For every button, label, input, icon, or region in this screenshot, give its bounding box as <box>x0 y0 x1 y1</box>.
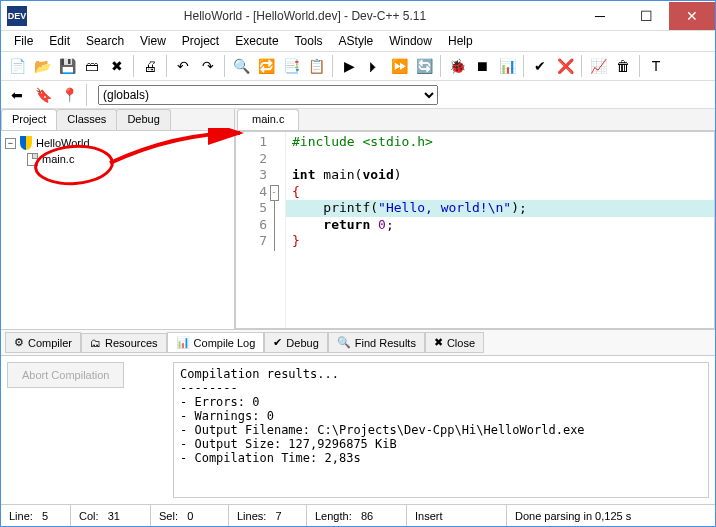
maximize-button[interactable]: ☐ <box>623 2 669 30</box>
project-name: HelloWorld <box>36 137 90 149</box>
toolbar-nav: ⬅ 🔖 📍 (globals) <box>1 81 715 109</box>
code-editor[interactable]: 1234567 - #include <stdio.h> int main(vo… <box>235 131 715 329</box>
rebuild-button[interactable]: 🔄 <box>412 54 436 78</box>
project-panel: ProjectClassesDebug − HelloWorld main.c <box>1 109 235 329</box>
bottom-tab-debug[interactable]: ✔ Debug <box>264 332 327 353</box>
project-options-button[interactable]: ❌ <box>553 54 577 78</box>
globals-selector[interactable]: (globals) <box>98 85 438 105</box>
delete-button[interactable]: 🗑 <box>611 54 635 78</box>
parse-status: Done parsing in 0,125 s <box>507 505 715 526</box>
output-panel: ⚙ Compiler🗂 Resources📊 Compile Log✔ Debu… <box>1 329 715 504</box>
window-title: HelloWorld - [HelloWorld.dev] - Dev-C++ … <box>33 9 577 23</box>
compile-button[interactable]: ▶ <box>337 54 361 78</box>
bottom-tab-compile-log[interactable]: 📊 Compile Log <box>167 332 265 353</box>
menu-edit[interactable]: Edit <box>42 32 77 50</box>
more-button[interactable]: T <box>644 54 668 78</box>
shield-icon <box>19 136 33 150</box>
menu-astyle[interactable]: AStyle <box>332 32 381 50</box>
menu-window[interactable]: Window <box>382 32 439 50</box>
left-tab-project[interactable]: Project <box>1 109 57 130</box>
find-in-files-button[interactable]: 📑 <box>279 54 303 78</box>
menu-help[interactable]: Help <box>441 32 480 50</box>
abort-compilation-button[interactable]: Abort Compilation <box>7 362 124 388</box>
insert-mode: Insert <box>407 505 507 526</box>
bottom-tab-close[interactable]: ✖ Close <box>425 332 484 353</box>
stop-button[interactable]: ⏹ <box>470 54 494 78</box>
project-file-name: main.c <box>42 153 74 165</box>
goto-bookmark-button[interactable]: 📍 <box>57 83 81 107</box>
print-button[interactable]: 🖨 <box>138 54 162 78</box>
run-button[interactable]: ⏵ <box>362 54 386 78</box>
menu-execute[interactable]: Execute <box>228 32 285 50</box>
open-button[interactable]: 📂 <box>30 54 54 78</box>
tree-file-item[interactable]: main.c <box>25 151 230 167</box>
minimize-button[interactable]: ─ <box>577 2 623 30</box>
new-project-button[interactable]: ✔ <box>528 54 552 78</box>
tree-project-root[interactable]: − HelloWorld <box>5 135 230 151</box>
new-file-button[interactable]: 📄 <box>5 54 29 78</box>
editor-tab-main[interactable]: main.c <box>237 109 299 130</box>
editor-tabs: main.c <box>235 109 715 131</box>
redo-button[interactable]: ↷ <box>196 54 220 78</box>
bottom-tab-compiler[interactable]: ⚙ Compiler <box>5 332 81 353</box>
status-bar: Line: 5 Col: 31 Sel: 0 Lines: 7 Length: … <box>1 504 715 526</box>
goto-button[interactable]: 📋 <box>304 54 328 78</box>
tree-expand-icon[interactable]: − <box>5 138 16 149</box>
menu-search[interactable]: Search <box>79 32 131 50</box>
title-bar: DEV HelloWorld - [HelloWorld.dev] - Dev-… <box>1 1 715 31</box>
profile-button[interactable]: 📊 <box>495 54 519 78</box>
save-all-button[interactable]: 🗃 <box>80 54 104 78</box>
left-tab-classes[interactable]: Classes <box>56 109 117 130</box>
left-tab-debug[interactable]: Debug <box>116 109 170 130</box>
close-file-button[interactable]: ✖ <box>105 54 129 78</box>
undo-button[interactable]: ↶ <box>171 54 195 78</box>
compile-run-button[interactable]: ⏩ <box>387 54 411 78</box>
chart-button[interactable]: 📈 <box>586 54 610 78</box>
bottom-tab-resources[interactable]: 🗂 Resources <box>81 333 167 353</box>
bottom-tab-find-results[interactable]: 🔍 Find Results <box>328 332 425 353</box>
app-icon: DEV <box>7 6 27 26</box>
bookmark-button[interactable]: 🔖 <box>31 83 55 107</box>
find-button[interactable]: 🔍 <box>229 54 253 78</box>
file-icon <box>25 152 39 166</box>
gutter: 1234567 - <box>236 132 286 328</box>
menu-tools[interactable]: Tools <box>288 32 330 50</box>
close-button[interactable]: ✕ <box>669 2 715 30</box>
debug-button[interactable]: 🐞 <box>445 54 469 78</box>
menu-project[interactable]: Project <box>175 32 226 50</box>
project-tree[interactable]: − HelloWorld main.c <box>1 131 234 329</box>
back-button[interactable]: ⬅ <box>5 83 29 107</box>
menu-view[interactable]: View <box>133 32 173 50</box>
save-button[interactable]: 💾 <box>55 54 79 78</box>
menu-file[interactable]: File <box>7 32 40 50</box>
replace-button[interactable]: 🔁 <box>254 54 278 78</box>
toolbar-main: 📄 📂 💾 🗃 ✖ 🖨 ↶ ↷ 🔍 🔁 📑 📋 ▶ ⏵ ⏩ 🔄 🐞 ⏹ 📊 ✔ … <box>1 51 715 81</box>
compile-log-output[interactable]: Compilation results... -------- - Errors… <box>173 362 709 498</box>
menu-bar: FileEditSearchViewProjectExecuteToolsASt… <box>1 31 715 51</box>
